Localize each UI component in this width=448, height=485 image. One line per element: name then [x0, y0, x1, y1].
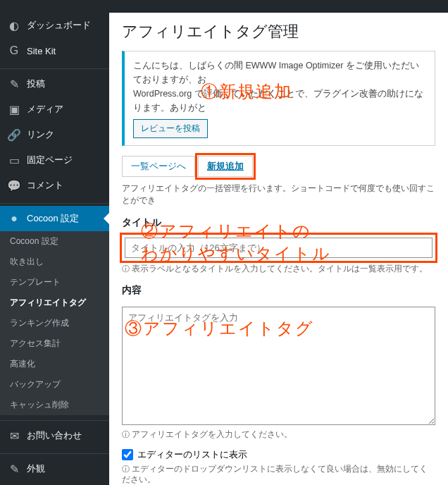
menu-label: Cocoon 設定: [27, 212, 79, 225]
menu-media[interactable]: ▣メディア: [0, 97, 109, 122]
submenu-cache[interactable]: キャッシュ削除: [0, 395, 109, 415]
editor-list-checkbox[interactable]: [122, 449, 133, 460]
submenu-cocoon-settings[interactable]: Cocoon 設定: [0, 231, 109, 252]
menu-label: リンク: [27, 128, 54, 141]
admin-bar: [0, 0, 448, 13]
menu-label: 外観: [27, 462, 45, 475]
notice-text-1: こんにちは、しばらくの間 EWWW Image Optimizer をご使用いた…: [133, 59, 426, 87]
submenu-balloon[interactable]: 吹き出し: [0, 252, 109, 272]
checkbox-label: エディターのリストに表示: [137, 448, 247, 461]
menu-plugins[interactable]: ⚙プラグイン: [0, 481, 109, 485]
pin-icon: ✎: [7, 77, 21, 91]
title-hint: 表示ラベルとなるタイトルを入力してください。タイトルは一覧表示用です。: [122, 264, 435, 274]
content-textarea[interactable]: [122, 307, 435, 425]
title-highlight-box: [122, 235, 435, 261]
menu-sitekit[interactable]: GSite Kit: [0, 38, 109, 63]
dashboard-icon: ◐: [7, 18, 21, 32]
mail-icon: ✉: [7, 429, 21, 443]
menu-appearance[interactable]: ✎外観: [0, 456, 109, 481]
submenu-backup[interactable]: バックアップ: [0, 374, 109, 395]
media-icon: ▣: [7, 102, 21, 116]
page-description: アフィリエイトタグの一括管理を行います。ショートコードで何度でも使い回すことがで…: [122, 183, 435, 207]
menu-cocoon[interactable]: ●Cocoon 設定: [0, 206, 109, 231]
brush-icon: ✎: [7, 462, 21, 476]
tab-list-page[interactable]: 一覧ページへ: [122, 156, 195, 177]
menu-comments[interactable]: 💬コメント: [0, 173, 109, 198]
page-title: アフィリエイトタグ管理: [122, 21, 435, 42]
checkbox-hint: エディターのドロップダウンリストに表示しなくて良い場合は、無効にしてください。: [122, 464, 435, 485]
editor-list-checkbox-row[interactable]: エディターのリストに表示: [122, 448, 435, 461]
submenu-speed[interactable]: 高速化: [0, 354, 109, 374]
admin-notice: こんにちは、しばらくの間 EWWW Image Optimizer をご使用いた…: [122, 51, 435, 146]
cocoon-submenu: Cocoon 設定 吹き出し テンプレート アフィリエイトタグ ランキング作成 …: [0, 231, 109, 415]
menu-label: 固定ページ: [27, 154, 73, 166]
link-icon: 🔗: [7, 128, 21, 142]
menu-contact[interactable]: ✉お問い合わせ: [0, 423, 109, 448]
content-label: 内容: [122, 284, 435, 297]
menu-label: Site Kit: [27, 46, 56, 56]
sitekit-icon: G: [7, 44, 21, 58]
cocoon-icon: ●: [7, 211, 21, 226]
pages-icon: ▭: [7, 153, 21, 167]
menu-label: お問い合わせ: [27, 429, 82, 442]
content-hint: アフィリエイトタグを入力してください。: [122, 429, 435, 440]
submenu-ranking[interactable]: ランキング作成: [0, 313, 109, 333]
tab-new-add[interactable]: 新規追加: [198, 156, 253, 177]
menu-label: メディア: [27, 103, 63, 116]
review-button[interactable]: レビューを投稿: [133, 119, 208, 138]
menu-posts[interactable]: ✎投稿: [0, 71, 109, 97]
title-input[interactable]: [125, 238, 433, 258]
submenu-template[interactable]: テンプレート: [0, 272, 109, 293]
tab-row: 一覧ページへ 新規追加: [122, 156, 435, 177]
menu-label: ダッシュボード: [27, 19, 91, 32]
title-label: タイトル: [122, 216, 435, 229]
menu-label: コメント: [27, 179, 63, 192]
admin-sidebar: ◐ダッシュボード GSite Kit ✎投稿 ▣メディア 🔗リンク ▭固定ページ…: [0, 13, 109, 485]
menu-dashboard[interactable]: ◐ダッシュボード: [0, 13, 109, 38]
menu-links[interactable]: 🔗リンク: [0, 122, 109, 147]
main-content: アフィリエイトタグ管理 こんにちは、しばらくの間 EWWW Image Opti…: [109, 13, 448, 485]
menu-label: 投稿: [27, 78, 45, 90]
comment-icon: 💬: [7, 178, 21, 192]
notice-text-2: WordPress.org で評価していただくことで、プラグイン改善の助けになり…: [133, 87, 426, 115]
submenu-access[interactable]: アクセス集計: [0, 333, 109, 354]
menu-pages[interactable]: ▭固定ページ: [0, 147, 109, 173]
submenu-affiliate-tag[interactable]: アフィリエイトタグ: [0, 293, 109, 313]
